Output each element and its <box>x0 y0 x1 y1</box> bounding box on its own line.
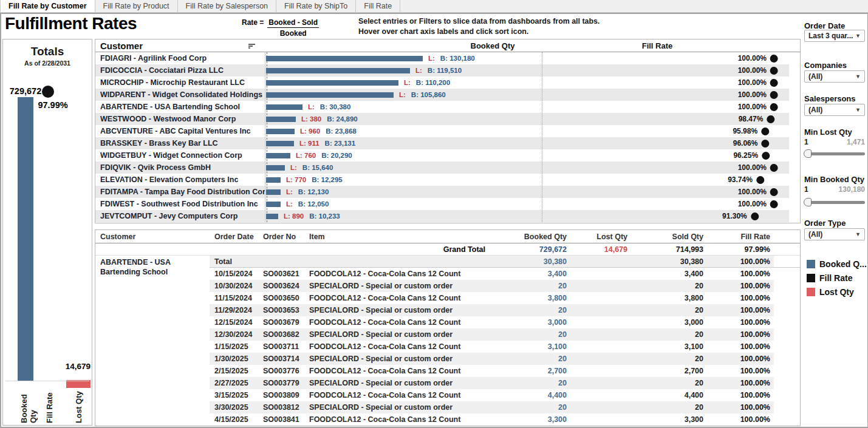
order-row[interactable]: 1/30/2025 SO003714 SPECIALORD - Special … <box>210 353 800 365</box>
customer-row-label[interactable]: MICROCHIP - Microchip Restaurant LLC <box>95 76 265 89</box>
booked-bar[interactable] <box>266 189 281 195</box>
tab[interactable]: Fill Rate <box>356 0 400 12</box>
customer-row-label[interactable]: BRASSKEY - Brass Key Bar LLC <box>95 137 265 149</box>
detail-col-item[interactable]: Item <box>304 233 490 241</box>
booked-bar[interactable] <box>266 177 281 183</box>
customer-row[interactable]: BRASSKEY - Brass Key Bar LLC L: 911 B: 2… <box>95 137 800 149</box>
companies-dropdown[interactable]: (All) ▼ <box>804 70 865 83</box>
legend-item[interactable]: Booked Q... <box>807 257 867 271</box>
fill-rate-dot[interactable] <box>770 91 778 99</box>
detail-col-fill-rate[interactable]: Fill Rate <box>708 233 775 241</box>
booked-bar[interactable] <box>266 202 281 207</box>
fill-rate-dot[interactable] <box>767 115 774 123</box>
detail-col-sold-qty[interactable]: Sold Qty <box>632 233 708 241</box>
fill-rate-dot[interactable] <box>770 79 778 87</box>
detail-col-order-no[interactable]: Order No <box>258 233 304 241</box>
booked-bar[interactable] <box>266 92 394 98</box>
booked-bar[interactable] <box>266 153 290 158</box>
customer-row[interactable]: JEVTCOMPUT - Jevy Computers Corp L: 890 … <box>95 210 800 222</box>
customer-row[interactable]: ABCVENTURE - ABC Capital Ventures Inc L:… <box>95 125 800 137</box>
customer-row-label[interactable]: ELEVATION - Elevation Computers Inc <box>95 174 265 186</box>
customer-row[interactable]: WESTWOOD - Westwood Manor Corp L: 380 B:… <box>95 113 800 125</box>
booked-bar[interactable] <box>266 214 278 219</box>
order-row[interactable]: 4/15/2025 SO003841 FOODCOLA12 - Coca-Col… <box>210 413 800 426</box>
totals-fill-rate-dot[interactable] <box>42 86 54 98</box>
totals-axis-label[interactable]: Booked Qty <box>19 386 38 423</box>
customer-row-label[interactable]: WESTWOOD - Westwood Manor Corp <box>95 113 265 125</box>
chart-col-booked-qty[interactable]: Booked Qty <box>438 41 547 50</box>
fill-rate-dot[interactable] <box>751 212 759 220</box>
totals-axis-label[interactable]: Lost Qty <box>74 386 83 423</box>
fill-rate-dot[interactable] <box>770 67 778 75</box>
customer-row[interactable]: WIDPARENT - Widget Consolidated Holdings… <box>95 89 800 101</box>
salespersons-dropdown[interactable]: (All) ▼ <box>804 104 865 116</box>
customer-row[interactable]: MICROCHIP - Microchip Restaurant LLC L: … <box>95 76 800 89</box>
fill-rate-dot[interactable] <box>762 152 770 160</box>
customer-row-label[interactable]: WIDPARENT - Widget Consolidated Holdings <box>95 89 265 101</box>
detail-col-customer[interactable]: Customer <box>95 233 210 241</box>
customer-row[interactable]: FDITAMPA - Tampa Bay Food Distribution C… <box>95 186 800 198</box>
fill-rate-dot[interactable] <box>770 55 778 63</box>
sort-icon[interactable] <box>248 44 255 49</box>
customer-row-label[interactable]: FDIWEST - Southwest Food Distribution In… <box>95 198 265 210</box>
order-type-dropdown[interactable]: (All) ▼ <box>804 228 865 240</box>
fill-rate-dot[interactable] <box>770 103 778 111</box>
order-row[interactable]: 2/27/2025 SO003779 SPECIALORD - Special … <box>210 377 800 389</box>
booked-bar[interactable] <box>266 141 294 146</box>
customer-row[interactable]: ABARTENDE - USA Bartending School L: B: … <box>95 101 800 113</box>
legend-item[interactable]: Fill Rate <box>807 271 867 285</box>
customer-row-label[interactable]: FDITAMPA - Tampa Bay Food Distribution C… <box>95 186 265 198</box>
tab[interactable]: Fill Rate by Product <box>95 0 178 12</box>
totals-booked-bar[interactable] <box>18 97 33 381</box>
order-row[interactable]: 12/30/2024 SO003682 SPECIALORD - Special… <box>210 328 800 341</box>
tab[interactable]: Fill Rate by Salesperson <box>178 0 276 12</box>
fill-rate-dot[interactable] <box>770 188 778 196</box>
totals-axis-label[interactable]: Fill Rate <box>45 386 54 423</box>
booked-bar[interactable] <box>266 104 302 110</box>
booked-bar[interactable] <box>266 68 410 73</box>
customer-row-label[interactable]: FDIQVIK - Qvik Process GmbH <box>95 161 265 174</box>
order-date-dropdown[interactable]: Last 3 quar... ▼ <box>804 30 865 42</box>
fill-rate-dot[interactable] <box>770 164 778 172</box>
min-booked-qty-slider[interactable] <box>804 198 865 206</box>
order-row[interactable]: 2/15/2025 SO003776 FOODCOLA12 - Coca-Col… <box>210 365 800 377</box>
slider-handle[interactable] <box>804 149 812 158</box>
order-row[interactable]: 3/15/2025 SO003809 FOODCOLA12 - Coca-Col… <box>210 389 800 401</box>
customer-row-label[interactable]: ABARTENDE - USA Bartending School <box>95 101 265 113</box>
customer-row[interactable]: WIDGETBUY - Widget Connection Corp L: 76… <box>95 149 800 161</box>
booked-bar[interactable] <box>266 80 398 86</box>
customer-row[interactable]: FDIQVIK - Qvik Process GmbH L: B: 15,640… <box>95 161 800 174</box>
customer-row-label[interactable]: JEVTCOMPUT - Jevy Computers Corp <box>95 210 265 222</box>
slider-handle[interactable] <box>804 198 812 206</box>
min-lost-qty-slider[interactable] <box>804 149 865 158</box>
customer-row-label[interactable]: FDIAGRI - Agrilink Food Corp <box>95 52 265 64</box>
booked-bar[interactable] <box>266 117 296 122</box>
customer-row-label[interactable]: ABCVENTURE - ABC Capital Ventures Inc <box>95 125 265 137</box>
fill-rate-dot[interactable] <box>756 176 764 184</box>
customer-row[interactable]: FDIAGRI - Agrilink Food Corp L: B: 130,1… <box>95 52 800 64</box>
detail-col-booked-qty[interactable]: Booked Qty <box>490 233 572 241</box>
fill-rate-dot[interactable] <box>761 127 769 135</box>
customer-row-label[interactable]: WIDGETBUY - Widget Connection Corp <box>95 149 265 161</box>
order-row[interactable]: 11/29/2024 SO003653 SPECIALORD - Special… <box>210 304 800 316</box>
group-customer-name[interactable]: ABARTENDE - USA Bartending School <box>95 256 210 426</box>
slider-track[interactable] <box>804 201 865 204</box>
booked-bar[interactable] <box>266 165 285 171</box>
tab[interactable]: Fill Rate by Customer <box>0 0 95 12</box>
detail-col-order-date[interactable]: Order Date <box>210 233 258 241</box>
chart-col-customer[interactable]: Customer <box>100 41 143 51</box>
order-row[interactable]: 10/15/2024 SO003621 FOODCOLA12 - Coca-Co… <box>210 268 800 280</box>
order-row[interactable]: 12/15/2024 SO003679 FOODCOLA12 - Coca-Co… <box>210 316 800 328</box>
group-total-row[interactable]: Total 30,380 30,380 100.00% <box>210 256 800 268</box>
grand-total-row[interactable]: Grand Total 729,672 14,679 714,993 97.99… <box>95 243 800 256</box>
booked-bar[interactable] <box>266 129 295 134</box>
customer-row[interactable]: FDICOCCIA - Cocciatari Pizza LLC L: B: 1… <box>95 64 800 76</box>
chart-col-fill-rate[interactable]: Fill Rate <box>603 41 712 50</box>
order-row[interactable]: 11/15/2024 SO003650 FOODCOLA12 - Coca-Co… <box>210 292 800 304</box>
customer-row-label[interactable]: FDICOCCIA - Cocciatari Pizza LLC <box>95 64 265 76</box>
fill-rate-dot[interactable] <box>770 200 778 208</box>
tab[interactable]: Fill Rate by ShipTo <box>276 0 356 12</box>
fill-rate-dot[interactable] <box>761 140 769 148</box>
customer-row[interactable]: FDIWEST - Southwest Food Distribution In… <box>95 198 800 210</box>
detail-col-lost-qty[interactable]: Lost Qty <box>572 233 632 241</box>
